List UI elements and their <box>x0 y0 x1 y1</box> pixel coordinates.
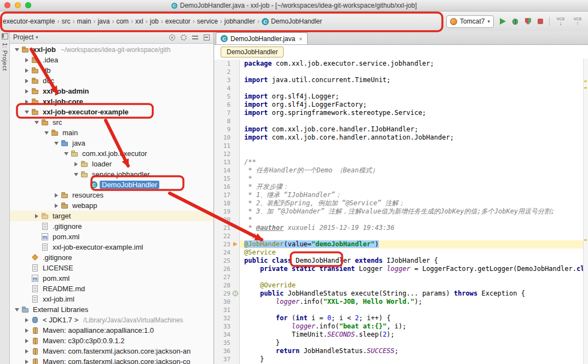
expand-toggle[interactable] <box>43 131 50 135</box>
line-number[interactable]: 35 <box>214 339 233 347</box>
expand-toggle[interactable] <box>23 318 31 322</box>
nav-crumb-jobhandler[interactable]: jobhandler <box>223 16 257 27</box>
code-line-12[interactable]: 12 <box>214 150 588 158</box>
tree-item-resources[interactable]: resources <box>10 190 214 200</box>
code-line-22[interactable]: 22 */ <box>214 232 588 240</box>
coverage-button[interactable] <box>524 18 532 25</box>
line-number[interactable]: 13 <box>214 158 233 166</box>
tree-item-com-xxl-job-executor[interactable]: com.xxl.job.executor <box>10 148 214 159</box>
nav-crumb-java[interactable]: java <box>96 16 111 27</box>
nav-crumb-service[interactable]: service <box>195 16 220 27</box>
stripe-mark[interactable] <box>584 87 587 89</box>
code-line-34[interactable]: 34 TimeUnit.SECONDS.sleep(2); <box>214 331 588 339</box>
line-number[interactable]: 31 <box>214 306 233 314</box>
settings-gear-icon[interactable] <box>180 34 187 41</box>
tree-item-maven-aopalliance-aopalliance-1-0[interactable]: Maven: aopalliance:aopalliance:1.0 <box>10 325 214 336</box>
code-line-8[interactable]: 8 <box>214 117 588 125</box>
code-line-4[interactable]: 4 <box>214 84 588 93</box>
expand-toggle[interactable] <box>23 328 31 333</box>
code-line-27[interactable]: 27 <box>214 273 588 281</box>
line-number[interactable]: 26 <box>214 265 233 273</box>
nav-crumb-xxl[interactable]: xxl <box>134 16 145 27</box>
expand-toggle[interactable] <box>23 339 31 343</box>
code-line-25[interactable]: 25public class DemoJobHandler extends IJ… <box>214 257 588 265</box>
expand-toggle[interactable] <box>53 142 60 145</box>
run-button[interactable] <box>499 18 506 25</box>
tree-item-xxl-job-admin[interactable]: xxl-job-admin <box>10 86 214 96</box>
code-line-6[interactable]: 6import org.slf4j.LoggerFactory; <box>214 101 588 109</box>
chevron-down-icon[interactable]: ▾ <box>36 34 38 40</box>
code-line-28[interactable]: 28 @Override <box>214 281 588 290</box>
project-tool-window-label[interactable]: 1: Project <box>2 43 8 71</box>
tree-item-src[interactable]: src <box>10 117 214 128</box>
nav-crumb-executor[interactable]: executor <box>164 16 192 27</box>
code-line-21[interactable]: 21 * @author xuxueli 2015-12-19 19:43:36 <box>214 224 588 232</box>
nav-crumb-job[interactable]: job <box>148 16 160 27</box>
line-number[interactable]: 25 <box>214 257 233 265</box>
zoom-window-button[interactable] <box>25 2 31 8</box>
code-line-3[interactable]: 3import java.util.concurrent.TimeUnit; <box>214 76 588 84</box>
line-number[interactable]: 28 <box>214 281 233 290</box>
expand-toggle[interactable] <box>23 68 31 73</box>
expand-toggle[interactable] <box>23 79 31 83</box>
code-line-20[interactable]: 20 * <box>214 216 588 224</box>
expand-toggle[interactable] <box>53 204 60 208</box>
code-line-31[interactable]: 31 <box>214 306 588 314</box>
code-line-32[interactable]: 32 for (int i = 0; i < 2; i++) { <box>214 314 588 322</box>
code-line-36[interactable]: 36 return JobHandleStatus.SUCCESS; <box>214 347 588 355</box>
line-number[interactable]: 34 <box>214 331 233 339</box>
line-number[interactable]: 27 <box>214 273 233 281</box>
code-line-35[interactable]: 35 } <box>214 339 588 347</box>
code-line-2[interactable]: 2 <box>214 68 588 76</box>
close-icon[interactable]: × <box>298 36 302 42</box>
minimize-window-button[interactable] <box>15 2 21 8</box>
tree-item-idea[interactable]: .idea <box>10 55 214 65</box>
expand-toggle[interactable] <box>23 349 31 354</box>
line-number[interactable]: 4 <box>214 84 233 93</box>
tree-item-pom-xml[interactable]: pom.xml <box>10 273 214 284</box>
tree-item-target[interactable]: target <box>10 211 214 221</box>
tree-item-external-libraries[interactable]: External Libraries <box>10 304 214 315</box>
stop-button[interactable] <box>537 18 544 25</box>
tree-item-demojobhandler[interactable]: DemoJobHandler <box>10 180 214 190</box>
code-line-23[interactable]: 23@JobHander(value="demoJobHandler") <box>214 240 588 249</box>
code-line-19[interactable]: 19 * 3、加 “@JobHander” 注解，注解value值为新增任务生成… <box>214 207 588 216</box>
nav-crumb-executor-example[interactable]: executor-example <box>1 16 56 27</box>
run-config-select[interactable]: Tomcat7 ▾ <box>446 15 494 28</box>
expand-toggle[interactable] <box>72 162 80 166</box>
stripe-mark[interactable] <box>584 239 587 241</box>
tree-item-maven-com-fasterxml-jackson-core-jackson-co[interactable]: Maven: com.fasterxml.jackson.core:jackso… <box>10 356 214 364</box>
expand-toggle[interactable] <box>33 214 41 218</box>
line-number[interactable]: 11 <box>214 142 233 150</box>
tab-demojobhandler[interactable]: C DemoJobHandler.java × <box>216 32 308 44</box>
tree-item-license[interactable]: LICENSE <box>10 263 214 273</box>
project-panel-title[interactable]: Project <box>13 33 33 41</box>
hide-panel-icon[interactable] <box>203 34 210 41</box>
expand-toggle[interactable] <box>33 121 41 124</box>
line-number[interactable]: 5 <box>214 93 233 101</box>
code-line-10[interactable]: 10import com.xxl.job.core.handler.annota… <box>214 134 588 142</box>
line-number[interactable]: 6 <box>214 101 233 109</box>
line-number[interactable]: 3 <box>214 76 233 84</box>
vcs-update-button[interactable]: VCS ↓ <box>555 16 567 27</box>
code-editor[interactable]: 1package com.xxl.job.executor.service.jo… <box>214 59 588 364</box>
line-number[interactable]: 18 <box>214 199 233 207</box>
line-number[interactable]: 15 <box>214 175 233 183</box>
expand-toggle[interactable] <box>13 308 21 311</box>
tree-item-service-jobhandler[interactable]: service.jobhandler <box>10 169 214 180</box>
line-number[interactable]: 22 <box>214 232 233 240</box>
code-line-18[interactable]: 18 * 2、装配到Spring, 例如加 “@Service” 注解； <box>214 199 588 207</box>
line-number[interactable]: 29 <box>214 290 233 298</box>
tree-item-gitignore[interactable]: .gitignore <box>10 221 214 232</box>
code-line-9[interactable]: 9import com.xxl.job.core.handler.IJobHan… <box>214 125 588 134</box>
tree-item-xxl-job-core[interactable]: xxl-job-core <box>10 96 214 107</box>
line-number[interactable]: 16 <box>214 183 233 191</box>
code-line-1[interactable]: 1package com.xxl.job.executor.service.jo… <box>214 60 588 68</box>
close-window-button[interactable] <box>4 2 10 8</box>
override-gutter-icon[interactable] <box>233 290 240 298</box>
code-line-5[interactable]: 5import org.slf4j.Logger; <box>214 93 588 101</box>
line-number[interactable]: 20 <box>214 216 233 224</box>
debug-button[interactable] <box>511 18 519 25</box>
tree-item-maven-com-fasterxml-jackson-core-jackson-an[interactable]: Maven: com.fasterxml.jackson.core:jackso… <box>10 346 214 356</box>
code-line-26[interactable]: 26 private static transient Logger logge… <box>214 265 588 273</box>
